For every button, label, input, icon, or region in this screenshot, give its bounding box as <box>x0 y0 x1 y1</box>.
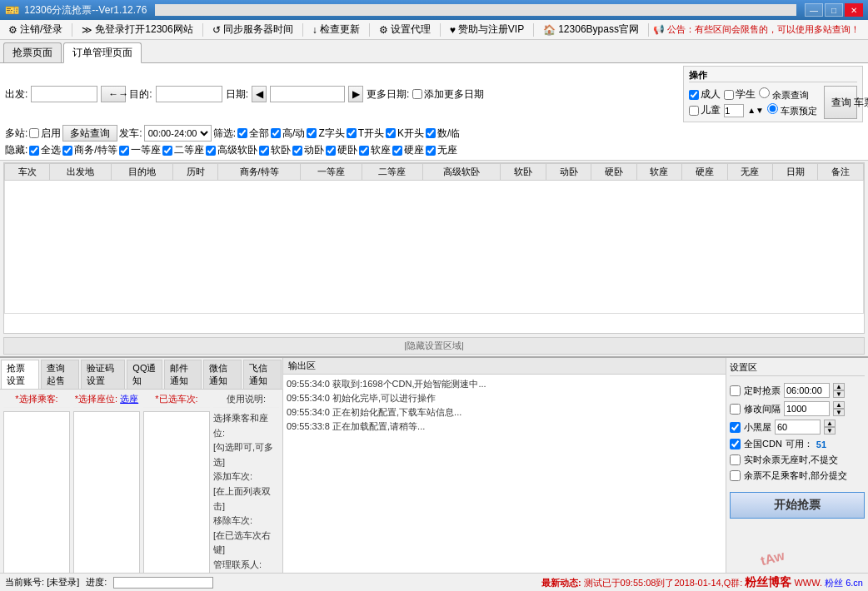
menu-bypass[interactable]: 🏠 12306Bypass官网 <box>538 21 644 38</box>
minimize-button[interactable]: — <box>805 3 823 17</box>
cdn-available-count: 51 <box>816 440 826 449</box>
hide-all-checkbox[interactable] <box>29 146 39 156</box>
menu-check-update[interactable]: ↓ 检查更新 <box>307 21 365 38</box>
date-input[interactable]: 2018-01-14 <box>270 86 345 102</box>
menu-vip[interactable]: ♥ 赞助与注册VIP <box>445 21 529 38</box>
hide-no-seat-checkbox[interactable] <box>426 146 436 156</box>
output-content[interactable]: 09:55:34:0 获取到:1698个CDN,开始智能测速中...09:55:… <box>283 375 726 573</box>
menu-login[interactable]: ⚙ 注销/登录 <box>3 21 67 38</box>
timed-up-button[interactable]: ▲ <box>833 383 845 390</box>
progress-bar-container <box>113 577 213 589</box>
realtime-no-seat-checkbox[interactable] <box>730 454 741 465</box>
date-next-button[interactable]: ▶ <box>348 86 363 102</box>
child-checkbox[interactable] <box>689 106 699 116</box>
time-select[interactable]: 00:00-24:00 <box>144 125 212 142</box>
interval-input[interactable] <box>784 401 830 416</box>
booking-radio-input[interactable] <box>767 103 778 114</box>
output-line: 09:55:34:0 初始化完毕,可以进行操作 <box>287 392 722 405</box>
menu-sep-6 <box>533 23 534 37</box>
hidden-settings-bar[interactable]: |隐藏设置区域| <box>3 337 865 355</box>
multi-station-label: 多站: <box>5 127 27 141</box>
add-more-dates-checkbox[interactable] <box>412 89 422 99</box>
blacklist-down-button[interactable]: ▼ <box>824 427 836 435</box>
partial-submit-checkbox[interactable] <box>730 470 741 481</box>
timed-ticket-checkbox[interactable] <box>730 385 741 396</box>
usage-col: 使用说明: 选择乘客和座位: [勾选即可,可多选] 添加车次: [在上面列表双击… <box>213 393 279 591</box>
to-input[interactable] <box>156 86 222 102</box>
passenger-list[interactable] <box>3 411 70 591</box>
hide-hard-seat-checkbox[interactable] <box>392 146 402 156</box>
train-table-section: 车次 出发地 目的地 历时 商务/特等 一等座 二等座 高级软卧 软卧 动卧 硬… <box>3 162 865 334</box>
hide-moving-checkbox[interactable] <box>292 146 302 156</box>
filter-z-label: Z字头 <box>318 127 344 141</box>
main-content: 抢票页面 订单管理页面 出发: ←→ 目的: 日期: ◀ 2018-01-14 … <box>0 40 868 591</box>
filter-all-label: 全部 <box>249 127 269 141</box>
filter-high-checkbox[interactable] <box>271 128 281 138</box>
adult-checkbox[interactable] <box>689 90 699 100</box>
multi-station-button[interactable]: 多站查询 <box>62 125 117 142</box>
tab-feixin-notify[interactable]: 飞信通知 <box>243 360 282 389</box>
title-text: 12306分流抢票--Ver1.12.76 <box>24 3 147 17</box>
remaining-radio[interactable] <box>759 87 770 98</box>
filter-z-checkbox[interactable] <box>307 128 317 138</box>
filter-t-checkbox[interactable] <box>347 128 357 138</box>
tab-email-notify[interactable]: 邮件通知 <box>164 360 202 389</box>
seat-select-link[interactable]: 选座 <box>120 394 138 404</box>
hide-first-checkbox[interactable] <box>119 146 129 156</box>
col-no-seat: 无座 <box>727 164 772 181</box>
query-button[interactable]: 查询 车票 <box>824 86 857 119</box>
partial-submit-label: 余票不足乘客时,部分提交 <box>744 469 847 482</box>
hide-business-checkbox[interactable] <box>62 146 72 156</box>
blacklist-row: 小黑屋 ▲ ▼ <box>730 420 865 435</box>
hide-hard-bed-checkbox[interactable] <box>326 146 336 156</box>
tab-ticket[interactable]: 抢票页面 <box>3 42 62 62</box>
filter-num-checkbox[interactable] <box>426 128 436 138</box>
date-prev-button[interactable]: ◀ <box>252 86 267 102</box>
seat-list[interactable] <box>73 411 140 591</box>
tab-orders[interactable]: 订单管理页面 <box>63 42 142 63</box>
hide-soft-high-checkbox[interactable] <box>206 146 216 156</box>
hide-soft-seat-checkbox[interactable] <box>359 146 369 156</box>
start-ticket-button[interactable]: 开始抢票 <box>730 492 865 519</box>
more-dates-label: 更多日期: <box>367 87 409 102</box>
cdn-checkbox[interactable] <box>730 439 741 449</box>
seat-col: *选择座位: 选座 <box>73 393 140 591</box>
passenger-header: *选择乘客: <box>3 393 70 408</box>
train-list[interactable] <box>143 411 210 591</box>
tab-qq-notify[interactable]: QQ通知 <box>127 360 162 389</box>
from-input[interactable] <box>31 86 97 102</box>
hide-first: 一等座 <box>119 143 161 157</box>
timed-spinner-btns: ▲ ▼ <box>833 383 845 398</box>
child-count-input[interactable] <box>724 104 744 117</box>
filter-k-checkbox[interactable] <box>386 128 396 138</box>
interval-checkbox[interactable] <box>730 404 741 415</box>
menu-open12306[interactable]: ≫ 免登录打开12306网站 <box>77 21 197 38</box>
menu-set-proxy[interactable]: ⚙ 设置代理 <box>374 21 436 38</box>
student-checkbox[interactable] <box>724 90 734 100</box>
cdn-row: 全国CDN 可用： 51 <box>730 438 865 450</box>
train-header: *已选车次: <box>143 393 210 408</box>
blacklist-spinner-btns: ▲ ▼ <box>824 420 836 435</box>
blacklist-up-button[interactable]: ▲ <box>824 420 836 427</box>
blacklist-input[interactable] <box>775 420 821 435</box>
gear-icon: ⚙ <box>379 24 388 36</box>
multi-station-checkbox[interactable] <box>29 128 39 138</box>
hide-soft-checkbox[interactable] <box>259 146 269 156</box>
hide-second-checkbox[interactable] <box>162 146 172 156</box>
maximize-button[interactable]: □ <box>825 3 843 17</box>
timed-down-button[interactable]: ▼ <box>833 390 845 398</box>
interval-down-button[interactable]: ▼ <box>833 409 845 416</box>
filter-all-checkbox[interactable] <box>237 128 247 138</box>
title-bar: 🎫 12306分流抢票--Ver1.12.76 — □ ✕ <box>0 0 868 20</box>
swap-button[interactable]: ←→ <box>101 86 126 102</box>
close-button[interactable]: ✕ <box>845 3 863 17</box>
tab-captcha[interactable]: 验证码设置 <box>81 360 126 389</box>
tab-grab-ticket[interactable]: 抢票设置 <box>1 360 39 389</box>
interval-up-button[interactable]: ▲ <box>833 401 845 409</box>
blacklist-checkbox[interactable] <box>730 422 741 433</box>
tab-query-sale[interactable]: 查询起售 <box>41 360 79 389</box>
hide-label: 隐藏: <box>5 143 27 157</box>
tab-wechat-notify[interactable]: 微信通知 <box>203 360 242 389</box>
menu-sync-time[interactable]: ↺ 同步服务器时间 <box>207 21 298 38</box>
timed-ticket-input[interactable] <box>784 383 830 398</box>
